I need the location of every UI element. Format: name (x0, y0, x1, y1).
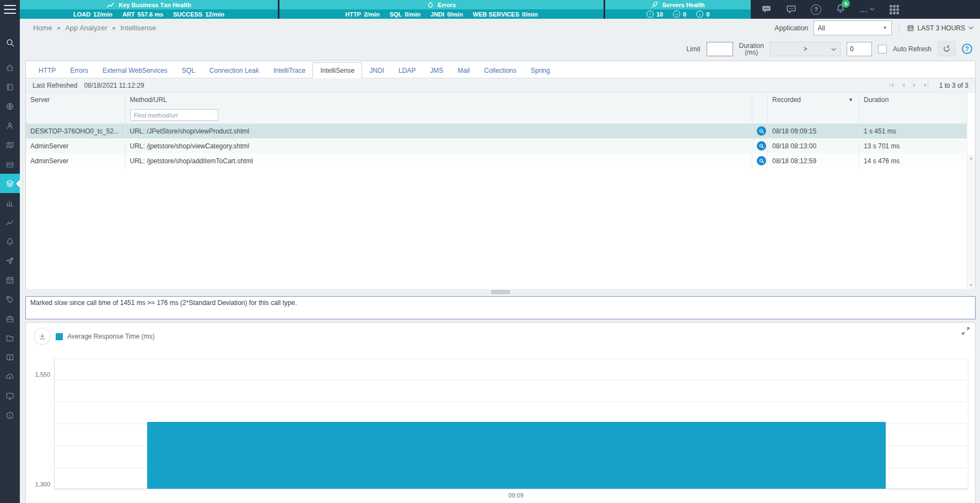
kpi-topbar: Key Business Txn Health LOAD12/min ART55… (20, 0, 980, 19)
gridline (55, 379, 968, 380)
sidebar-item-journal[interactable] (0, 77, 20, 97)
page-help-icon[interactable]: ? (962, 44, 972, 54)
auto-refresh-checkbox[interactable] (878, 45, 887, 53)
table-row[interactable]: DESKTOP-376OHO0_tc_52... URL: /JPetStore… (26, 124, 967, 138)
sidebar-item-info[interactable] (0, 405, 20, 425)
tab-errors[interactable]: Errors (63, 63, 95, 78)
app-window: Key Business Txn Health LOAD12/min ART55… (0, 0, 980, 503)
cell-server: DESKTOP-376OHO0_tc_52... (26, 124, 125, 138)
sidebar-item-alerts[interactable] (0, 232, 20, 251)
chat-filled-icon[interactable] (761, 4, 772, 14)
layers-icon (6, 179, 14, 188)
sidebar-item-archive[interactable] (0, 154, 20, 174)
kpi-errors[interactable]: Errors HTTP2/min SQL0/min JNDI0/min WEB … (279, 0, 604, 19)
tab-mail[interactable]: Mail (450, 63, 477, 78)
header-row: Server Method/URL Recorded▼ Duration (26, 93, 967, 107)
chart-legend: Average Response Time (ms) (56, 333, 155, 340)
sidebar-item-home[interactable] (0, 58, 20, 77)
tab-http[interactable]: HTTP (31, 63, 63, 78)
refresh-button[interactable] (938, 41, 956, 56)
breadcrumb-current: Intellisense (120, 24, 156, 32)
next-page-icon[interactable] (912, 82, 918, 88)
method-url-filter-input[interactable] (130, 109, 218, 121)
magnifier-icon (759, 129, 764, 134)
sidebar-item-schedule[interactable] (0, 270, 20, 290)
analyze-call-button[interactable] (757, 156, 766, 165)
dropdown-arrow-icon: ▼ (883, 25, 887, 30)
analyze-call-button[interactable] (757, 141, 766, 151)
chart-bar[interactable] (147, 422, 886, 489)
scroll-up-icon[interactable]: ▲ (969, 156, 973, 160)
splitter-grip[interactable] (491, 290, 510, 294)
more-menu[interactable]: ... (860, 6, 875, 14)
sidebar-item-send[interactable] (0, 251, 20, 270)
last-page-icon[interactable] (923, 82, 929, 88)
chat-outline-icon[interactable] (786, 4, 796, 14)
kpi-title: Key Business Txn Health (119, 2, 191, 8)
tab-jms[interactable]: JMS (423, 63, 450, 78)
menu-icon[interactable] (3, 4, 17, 15)
table-row[interactable]: AdminServer URL: /jpetstore/shop/viewCat… (26, 138, 967, 153)
sidebar-item-briefcase[interactable] (0, 309, 20, 328)
sidebar-item-map[interactable] (0, 135, 20, 154)
table-scrollbar[interactable]: ▲ ▼ (967, 155, 975, 289)
tab-jndi[interactable]: JNDI (362, 63, 391, 78)
sidebar-item-trends[interactable] (0, 212, 20, 232)
search-icon (6, 38, 15, 47)
duration-value-input[interactable] (847, 42, 872, 56)
tab-ldap[interactable]: LDAP (391, 63, 423, 78)
tab-connection-leak[interactable]: Connection Leak (202, 63, 266, 78)
stat-load: LOAD12/min (73, 11, 112, 18)
sidebar-item-search[interactable] (0, 33, 20, 52)
sidebar-item-web[interactable] (0, 97, 20, 116)
cell-method-url: URL: /jpetstore/shop/viewCategory.shtml (125, 138, 752, 153)
tab-spring[interactable]: Spring (524, 63, 557, 78)
pagination-count: 1 to 3 of 3 (939, 82, 968, 89)
right-arrow-circle-icon: → (673, 10, 680, 18)
duration-operator-select[interactable]: > (770, 42, 841, 56)
tab-sql[interactable]: SQL (175, 63, 202, 78)
notifications-button[interactable]: 5 (836, 3, 846, 15)
map-icon (6, 141, 14, 149)
stat-sql: SQL0/min (390, 11, 421, 18)
sidebar-item-monitor[interactable] (0, 386, 20, 405)
previous-page-icon[interactable] (900, 82, 906, 88)
response-time-chart-panel: Average Response Time (ms) 1,550 1,300 0… (25, 322, 976, 503)
kpi-servers-health[interactable]: Servers Health ↑10 →0 ↓0 (605, 0, 751, 19)
tab-collections[interactable]: Collections (477, 63, 524, 78)
column-header-method-url[interactable]: Method/URL (125, 93, 752, 107)
sidebar-item-bar-chart[interactable] (0, 193, 20, 212)
stat-jndi: JNDI0/min (430, 11, 463, 18)
application-select[interactable]: All ▼ (814, 20, 892, 35)
time-range-picker[interactable]: LAST 3 HOURS (899, 24, 973, 32)
kpi-business-health[interactable]: Key Business Txn Health LOAD12/min ART55… (20, 0, 278, 19)
sidebar-item-cloud-download[interactable] (0, 367, 20, 386)
stat-servers-down: ↓0 (696, 10, 709, 18)
chart-expand-button[interactable] (962, 327, 970, 337)
rocket-icon (651, 1, 658, 8)
sidebar-item-folder[interactable] (0, 328, 20, 347)
table-row[interactable]: AdminServer URL: /jpetstore/shop/addItem… (26, 153, 967, 168)
chart-download-button[interactable] (34, 328, 51, 345)
column-header-recorded[interactable]: Recorded▼ (768, 93, 859, 107)
sidebar-item-library[interactable] (0, 347, 20, 367)
breadcrumb-home[interactable]: Home (33, 24, 52, 32)
tab-intellisense[interactable]: IntelliSense (313, 62, 362, 78)
sidebar-item-app-analyzer[interactable] (0, 174, 20, 193)
sidebar-item-tags[interactable] (0, 290, 20, 309)
sidebar-item-users[interactable] (0, 116, 20, 135)
bell-icon (6, 237, 14, 246)
refresh-icon (943, 45, 951, 53)
help-icon[interactable]: ? (811, 4, 821, 15)
apps-grid-icon[interactable] (889, 4, 900, 15)
limit-input[interactable] (707, 42, 733, 56)
home-icon (6, 63, 14, 72)
column-header-server[interactable]: Server (26, 93, 125, 107)
tab-intellitrace[interactable]: IntelliTrace (266, 63, 313, 78)
first-page-icon[interactable] (889, 82, 895, 88)
analyze-call-button[interactable] (757, 126, 766, 136)
column-header-duration[interactable]: Duration (859, 93, 967, 107)
scroll-down-icon[interactable]: ▼ (969, 283, 973, 288)
tab-external-webservices[interactable]: External WebServices (95, 63, 175, 78)
breadcrumb-app-analyzer[interactable]: App Analyzer (65, 24, 107, 32)
